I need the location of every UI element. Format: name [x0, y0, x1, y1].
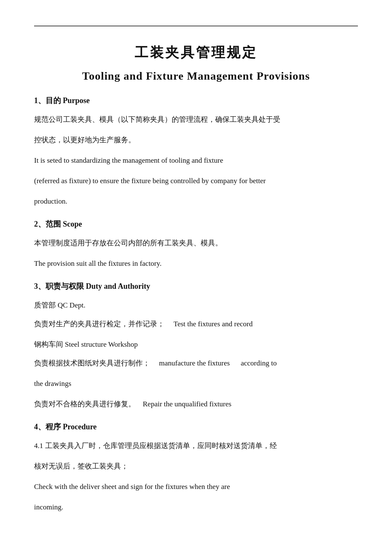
sub-heading-steel: 钢构车间 Steel structure Workshop: [34, 337, 358, 352]
title-zh: 工装夹具管理规定: [34, 43, 358, 62]
section-duty: 3、职责与权限 Duty and Authority 质管部 QC Dept. …: [34, 281, 358, 411]
section-2-para-zh: 本管理制度适用于存放在公司内部的所有工装夹具、模具。: [34, 236, 358, 250]
section-4-para-en-2: incoming.: [34, 500, 358, 515]
section-4-heading: 4、程序 Procedure: [34, 422, 358, 432]
section-3-item-1-zh: 负责对生产的夹具进行检定，并作记录； Test the fixtures and…: [34, 317, 358, 331]
section-1-para-en-1: It is seted to standardizing the managem…: [34, 153, 358, 168]
section-1-para-zh: 规范公司工装夹具、模具（以下简称夹具）的管理流程，确保工装夹具处于受: [34, 112, 358, 127]
section-3-item-2-zh: 负责根据技术图纸对夹具进行制作； manufacture the fixture…: [34, 356, 358, 371]
section-1-heading: 1、目的 Purpose: [34, 95, 358, 106]
section-4-para-en-1: Check with the deliver sheet and sign fo…: [34, 480, 358, 494]
section-1-para-en-3: production.: [34, 194, 358, 209]
document-page: 工装夹具管理规定 Tooling and Fixture Management …: [0, 0, 392, 555]
section-2-heading: 2、范围 Scope: [34, 219, 358, 229]
section-4-para-zh-1: 4.1 工装夹具入厂时，仓库管理员应根据送货清单，应同时核对送货清单，经: [34, 439, 358, 453]
top-border-line: [34, 26, 358, 26]
section-3-item-2-en-cont: the drawings: [34, 377, 358, 391]
section-1-para-zh-2: 控状态，以更好地为生产服务。: [34, 133, 358, 147]
sub-heading-qc: 质管部 QC Dept.: [34, 298, 358, 313]
section-4-para-zh-2: 核对无误后，签收工装夹具；: [34, 459, 358, 474]
section-2-para-en: The provision suit all the fixtures in f…: [34, 256, 358, 271]
section-scope: 2、范围 Scope 本管理制度适用于存放在公司内部的所有工装夹具、模具。 Th…: [34, 219, 358, 271]
section-1-para-en-2: (referred as fixture) to ensure the fixt…: [34, 174, 358, 188]
section-procedure: 4、程序 Procedure 4.1 工装夹具入厂时，仓库管理员应根据送货清单，…: [34, 422, 358, 515]
section-3-heading: 3、职责与权限 Duty and Authority: [34, 281, 358, 291]
title-en: Tooling and Fixture Management Provision…: [34, 70, 358, 83]
section-3-item-3-zh: 负责对不合格的夹具进行修复。 Repair the unqualified fi…: [34, 397, 358, 411]
section-purpose: 1、目的 Purpose 规范公司工装夹具、模具（以下简称夹具）的管理流程，确保…: [34, 95, 358, 209]
